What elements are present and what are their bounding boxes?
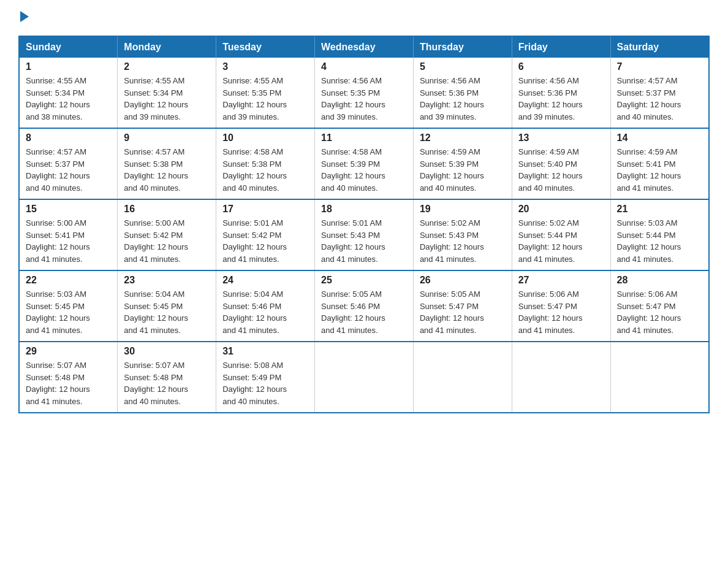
day-info: Sunrise: 4:58 AM Sunset: 5:38 PM Dayligh… [222,146,308,194]
calendar-cell: 24 Sunrise: 5:04 AM Sunset: 5:46 PM Dayl… [216,270,315,342]
calendar-cell: 4 Sunrise: 4:56 AM Sunset: 5:35 PM Dayli… [315,58,414,128]
day-number: 24 [222,275,308,286]
day-info: Sunrise: 5:01 AM Sunset: 5:42 PM Dayligh… [222,217,308,265]
day-info: Sunrise: 4:56 AM Sunset: 5:36 PM Dayligh… [518,75,604,123]
day-info: Sunrise: 4:56 AM Sunset: 5:35 PM Dayligh… [321,75,407,123]
day-info: Sunrise: 4:55 AM Sunset: 5:35 PM Dayligh… [222,75,308,123]
calendar-cell: 21 Sunrise: 5:03 AM Sunset: 5:44 PM Dayl… [610,199,709,270]
logo-arrow-icon [20,11,29,22]
day-info: Sunrise: 5:08 AM Sunset: 5:49 PM Dayligh… [222,359,308,407]
day-number: 13 [518,132,604,144]
day-number: 14 [617,132,702,144]
day-info: Sunrise: 4:55 AM Sunset: 5:34 PM Dayligh… [26,75,111,123]
calendar-cell: 9 Sunrise: 4:57 AM Sunset: 5:38 PM Dayli… [118,128,216,199]
day-number: 15 [26,204,111,215]
day-info: Sunrise: 5:02 AM Sunset: 5:44 PM Dayligh… [518,217,604,265]
day-number: 29 [26,346,111,357]
calendar-week-5: 29 Sunrise: 5:07 AM Sunset: 5:48 PM Dayl… [19,342,709,413]
day-number: 6 [518,61,604,72]
calendar-cell: 16 Sunrise: 5:00 AM Sunset: 5:42 PM Dayl… [118,199,216,270]
weekday-header-wednesday: Wednesday [315,36,414,58]
day-info: Sunrise: 5:07 AM Sunset: 5:48 PM Dayligh… [26,359,111,407]
calendar-cell: 31 Sunrise: 5:08 AM Sunset: 5:49 PM Dayl… [216,342,315,413]
day-number: 18 [321,204,407,215]
day-number: 12 [420,132,506,144]
day-number: 3 [222,61,308,72]
day-info: Sunrise: 4:59 AM Sunset: 5:39 PM Dayligh… [420,146,506,194]
day-info: Sunrise: 4:57 AM Sunset: 5:38 PM Dayligh… [124,146,210,194]
day-number: 5 [420,61,506,72]
day-number: 22 [26,275,111,286]
calendar-cell: 15 Sunrise: 5:00 AM Sunset: 5:41 PM Dayl… [19,199,118,270]
calendar-week-4: 22 Sunrise: 5:03 AM Sunset: 5:45 PM Dayl… [19,270,709,342]
calendar-cell [413,342,512,413]
calendar-cell: 7 Sunrise: 4:57 AM Sunset: 5:37 PM Dayli… [610,58,709,128]
weekday-header-saturday: Saturday [610,36,709,58]
calendar-cell: 14 Sunrise: 4:59 AM Sunset: 5:41 PM Dayl… [610,128,709,199]
calendar-cell: 20 Sunrise: 5:02 AM Sunset: 5:44 PM Dayl… [512,199,610,270]
day-number: 2 [124,61,210,72]
day-number: 9 [124,132,210,144]
day-info: Sunrise: 5:04 AM Sunset: 5:45 PM Dayligh… [124,288,210,336]
day-info: Sunrise: 5:05 AM Sunset: 5:47 PM Dayligh… [420,288,506,336]
day-number: 1 [26,61,111,72]
day-info: Sunrise: 4:58 AM Sunset: 5:39 PM Dayligh… [321,146,407,194]
day-info: Sunrise: 5:03 AM Sunset: 5:45 PM Dayligh… [26,288,111,336]
day-info: Sunrise: 4:55 AM Sunset: 5:34 PM Dayligh… [124,75,210,123]
day-info: Sunrise: 5:06 AM Sunset: 5:47 PM Dayligh… [518,288,604,336]
calendar-cell: 28 Sunrise: 5:06 AM Sunset: 5:47 PM Dayl… [610,270,709,342]
calendar-table: SundayMondayTuesdayWednesdayThursdayFrid… [18,36,710,413]
weekday-header-tuesday: Tuesday [216,36,315,58]
calendar-cell: 25 Sunrise: 5:05 AM Sunset: 5:46 PM Dayl… [315,270,414,342]
calendar-week-2: 8 Sunrise: 4:57 AM Sunset: 5:37 PM Dayli… [19,128,709,199]
calendar-cell [512,342,610,413]
day-number: 11 [321,132,407,144]
calendar-cell: 6 Sunrise: 4:56 AM Sunset: 5:36 PM Dayli… [512,58,610,128]
weekday-header-monday: Monday [118,36,216,58]
calendar-cell: 1 Sunrise: 4:55 AM Sunset: 5:34 PM Dayli… [19,58,118,128]
calendar-cell: 3 Sunrise: 4:55 AM Sunset: 5:35 PM Dayli… [216,58,315,128]
day-info: Sunrise: 4:59 AM Sunset: 5:41 PM Dayligh… [617,146,702,194]
day-number: 4 [321,61,407,72]
day-number: 28 [617,275,702,286]
day-number: 25 [321,275,407,286]
day-info: Sunrise: 5:00 AM Sunset: 5:41 PM Dayligh… [26,217,111,265]
calendar-week-3: 15 Sunrise: 5:00 AM Sunset: 5:41 PM Dayl… [19,199,709,270]
day-number: 10 [222,132,308,144]
calendar-cell: 13 Sunrise: 4:59 AM Sunset: 5:40 PM Dayl… [512,128,610,199]
day-info: Sunrise: 5:02 AM Sunset: 5:43 PM Dayligh… [420,217,506,265]
calendar-cell: 10 Sunrise: 4:58 AM Sunset: 5:38 PM Dayl… [216,128,315,199]
day-number: 16 [124,204,210,215]
calendar-cell: 23 Sunrise: 5:04 AM Sunset: 5:45 PM Dayl… [118,270,216,342]
day-number: 26 [420,275,506,286]
calendar-cell: 12 Sunrise: 4:59 AM Sunset: 5:39 PM Dayl… [413,128,512,199]
page-header [18,12,710,23]
day-info: Sunrise: 4:57 AM Sunset: 5:37 PM Dayligh… [26,146,111,194]
calendar-cell: 19 Sunrise: 5:02 AM Sunset: 5:43 PM Dayl… [413,199,512,270]
day-info: Sunrise: 5:05 AM Sunset: 5:46 PM Dayligh… [321,288,407,336]
day-number: 21 [617,204,702,215]
day-number: 27 [518,275,604,286]
calendar-cell: 22 Sunrise: 5:03 AM Sunset: 5:45 PM Dayl… [19,270,118,342]
day-number: 8 [26,132,111,144]
day-info: Sunrise: 5:00 AM Sunset: 5:42 PM Dayligh… [124,217,210,265]
day-number: 23 [124,275,210,286]
day-info: Sunrise: 4:59 AM Sunset: 5:40 PM Dayligh… [518,146,604,194]
day-info: Sunrise: 5:01 AM Sunset: 5:43 PM Dayligh… [321,217,407,265]
calendar-cell: 2 Sunrise: 4:55 AM Sunset: 5:34 PM Dayli… [118,58,216,128]
day-info: Sunrise: 5:07 AM Sunset: 5:48 PM Dayligh… [124,359,210,407]
day-info: Sunrise: 5:03 AM Sunset: 5:44 PM Dayligh… [617,217,702,265]
calendar-cell: 27 Sunrise: 5:06 AM Sunset: 5:47 PM Dayl… [512,270,610,342]
calendar-cell: 26 Sunrise: 5:05 AM Sunset: 5:47 PM Dayl… [413,270,512,342]
calendar-cell: 5 Sunrise: 4:56 AM Sunset: 5:36 PM Dayli… [413,58,512,128]
calendar-cell: 18 Sunrise: 5:01 AM Sunset: 5:43 PM Dayl… [315,199,414,270]
calendar-cell: 29 Sunrise: 5:07 AM Sunset: 5:48 PM Dayl… [19,342,118,413]
day-info: Sunrise: 4:57 AM Sunset: 5:37 PM Dayligh… [617,75,702,123]
weekday-header-row: SundayMondayTuesdayWednesdayThursdayFrid… [19,36,709,58]
calendar-cell [610,342,709,413]
day-info: Sunrise: 5:04 AM Sunset: 5:46 PM Dayligh… [222,288,308,336]
logo [18,12,29,23]
calendar-cell: 30 Sunrise: 5:07 AM Sunset: 5:48 PM Dayl… [118,342,216,413]
weekday-header-friday: Friday [512,36,610,58]
day-number: 19 [420,204,506,215]
